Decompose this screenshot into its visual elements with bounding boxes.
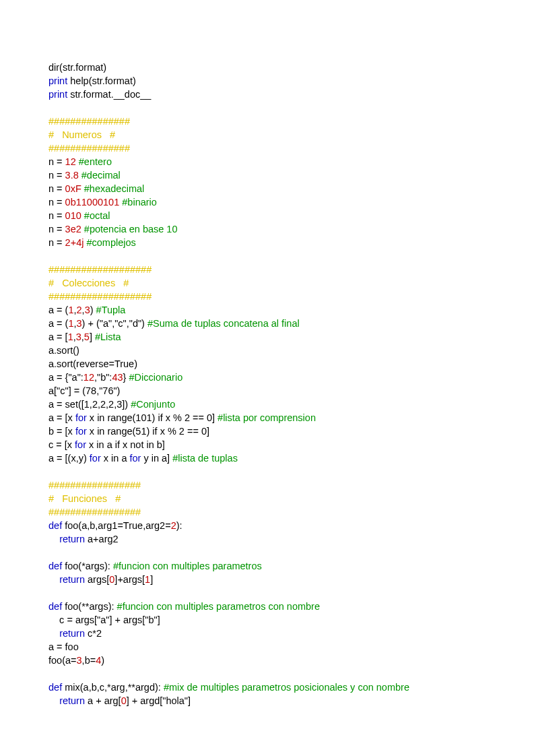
token-txt: ] + argd["hola"]	[127, 695, 191, 706]
token-hash: ###############	[48, 116, 130, 127]
code-line: ###################	[48, 263, 486, 276]
token-kw: for	[129, 453, 141, 464]
code-line: #################	[48, 478, 486, 492]
token-cmt: #mix de multiples parametros posicionale…	[164, 682, 409, 693]
code-line: ###############	[48, 141, 486, 155]
token-num: 12	[65, 156, 76, 167]
token-num: 0b11000101	[65, 197, 120, 208]
token-txt: ,b=	[82, 655, 96, 666]
token-kw: print	[48, 89, 67, 100]
code-line	[48, 101, 486, 115]
token-txt: x in range(101) if x % 2 == 0]	[87, 412, 218, 423]
token-cmt: #potencia en base 10	[84, 224, 178, 234]
token-txt: a = set([1,2,2,2,3])	[48, 399, 131, 410]
token-cmt: #decimal	[81, 170, 121, 181]
code-line: a = [1,3,5] #Lista	[48, 330, 486, 344]
token-kw: def	[48, 601, 62, 612]
code-line: n = 2+4j #complejos	[48, 236, 486, 249]
token-num: 0xF	[65, 183, 81, 194]
token-txt: a["c"] = (78,"76")	[48, 385, 120, 396]
token-txt: n =	[48, 170, 65, 181]
token-txt: foo(**args):	[62, 601, 116, 612]
token-kw: return	[59, 695, 85, 706]
token-txt	[48, 574, 59, 585]
code-line: a.sort(reverse=True)	[48, 357, 486, 371]
code-line: dir(str.format)	[48, 61, 486, 74]
code-line: return a+arg2	[48, 532, 486, 546]
code-line	[48, 546, 486, 559]
code-line: #################	[48, 505, 486, 519]
token-kw: return	[59, 534, 85, 544]
code-line: return c*2	[48, 627, 486, 640]
token-kw: for	[75, 439, 86, 450]
token-kw: def	[48, 561, 62, 571]
code-line: a = foo	[48, 640, 486, 654]
token-txt: n =	[48, 224, 65, 234]
code-line: a = set([1,2,2,2,3]) #Conjunto	[48, 398, 486, 411]
token-cmt: #Conjunto	[131, 399, 175, 410]
token-txt: )	[101, 655, 104, 666]
token-txt: a+arg2	[85, 534, 119, 544]
token-txt: n =	[48, 156, 65, 167]
code-line	[48, 586, 486, 600]
token-txt: a = [	[48, 332, 68, 342]
code-line: return args[0]+args[1]	[48, 573, 486, 586]
token-cmt: #lista por comprension	[218, 412, 316, 423]
token-txt	[48, 628, 59, 639]
code-line: def foo(a,b,arg1=True,arg2=2):	[48, 519, 486, 532]
token-num: 010	[65, 210, 81, 221]
token-num: 1	[68, 318, 73, 329]
token-txt: a = {"a":	[48, 372, 84, 383]
token-txt: a = (	[48, 318, 68, 329]
token-txt: ):	[176, 520, 182, 531]
code-page: dir(str.format)print help(str.format)pri…	[0, 0, 534, 756]
token-cmt: #binario	[122, 197, 157, 208]
code-line: a = [x for x in range(101) if x % 2 == 0…	[48, 411, 486, 424]
token-kw: for	[90, 453, 101, 464]
token-cmt: #funcion con multiples parametros	[113, 561, 262, 571]
token-hash: #################	[48, 507, 141, 517]
code-line: ###################	[48, 290, 486, 303]
token-txt: a + arg[	[85, 695, 121, 706]
token-txt: ) + ("a","c","d")	[82, 318, 147, 329]
token-cmt: #Lista	[95, 332, 121, 342]
token-num: 3	[77, 655, 82, 666]
token-cmt: #Suma de tuplas concatena al final	[147, 318, 300, 329]
code-line: a = [(x,y) for x in a for y in a] #lista…	[48, 451, 486, 465]
token-txt: a = [x	[48, 412, 75, 423]
token-num: 2	[171, 520, 176, 531]
code-line	[48, 667, 486, 681]
token-num: 3	[77, 318, 82, 329]
token-hash: #################	[48, 480, 141, 491]
token-txt: ]+args[	[114, 574, 145, 585]
token-hash: # Colecciones #	[48, 278, 129, 288]
token-txt: c*2	[85, 628, 102, 639]
code-line: # Numeros #	[48, 128, 486, 141]
token-hash: ###################	[48, 264, 152, 275]
token-txt: n =	[48, 237, 65, 248]
token-txt: x in a if x not in b]	[86, 439, 165, 450]
code-line: n = 0b11000101 #binario	[48, 195, 486, 209]
token-num: 1	[68, 305, 73, 315]
code-block: dir(str.format)print help(str.format)pri…	[48, 61, 486, 707]
code-line: # Colecciones #	[48, 276, 486, 290]
token-txt: a.sort(reverse=True)	[48, 358, 137, 369]
code-line: a.sort()	[48, 344, 486, 357]
code-line: c = [x for x in a if x not in b]	[48, 438, 486, 451]
token-num: 1	[145, 574, 150, 585]
token-txt: dir(str.format)	[48, 62, 106, 73]
token-txt: n =	[48, 197, 65, 208]
token-txt: foo(*args):	[62, 561, 113, 571]
code-line: return a + arg[0] + argd["hola"]	[48, 694, 486, 707]
token-txt: b = [x	[48, 426, 75, 437]
token-txt: x in a	[101, 453, 130, 464]
token-num: 3.8	[65, 170, 79, 181]
token-hash: # Numeros #	[48, 129, 115, 140]
token-kw: return	[59, 574, 85, 585]
code-line: foo(a=3,b=4)	[48, 654, 486, 667]
token-num: 3	[76, 332, 81, 342]
code-line: c = args["a"] + args["b"]	[48, 613, 486, 627]
token-txt: ]	[150, 574, 153, 585]
code-line: def foo(**args): #funcion con multiples …	[48, 600, 486, 613]
code-line	[48, 465, 486, 478]
